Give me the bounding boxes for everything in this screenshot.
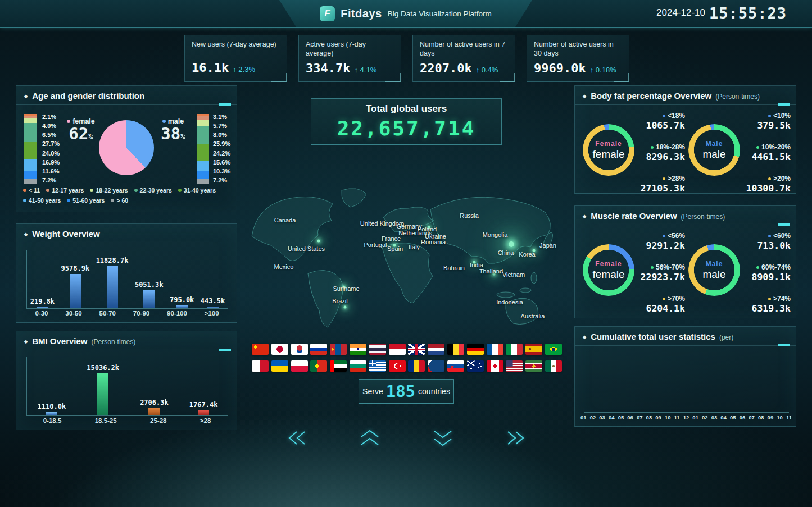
legend-dot-icon	[67, 199, 70, 202]
donut-stat-entry: 18%-28%8296.3k	[641, 143, 685, 162]
bar-cell: 219.8k	[30, 298, 55, 308]
age-legend-label: < 11	[29, 186, 40, 195]
stat-cards-row: New users (7-day average)16.1k↑ 2.3%Acti…	[184, 35, 629, 82]
brand-name: Fitdays	[341, 7, 382, 20]
panel-cumulative-title: Cumulative total user statistics	[583, 332, 715, 341]
age-legend-label: 22-30 years	[140, 186, 172, 195]
bmi-categories: 0-18.518.5-2525-28>28	[26, 417, 228, 424]
x-tick-label: 03	[711, 414, 718, 421]
total-global-users-box: Total global users 22,657,714	[311, 98, 502, 145]
donut-stat-entry: 10%-20%4461.5k	[746, 143, 791, 162]
panel-muscle-rate: Muscle rate Overview(Person-times) Femal…	[574, 205, 796, 318]
south-korea-flag-icon	[291, 344, 308, 355]
x-tick-label: 01	[580, 414, 587, 421]
male-donut-name: male	[702, 148, 725, 161]
stat-card-value: 16.1k	[192, 61, 229, 75]
donut-stat-range: 10%-20%	[746, 143, 791, 151]
male-share: male 38%	[156, 117, 190, 142]
female-donut-center: Femalefemale	[583, 244, 634, 296]
female-age-stacked-bar	[24, 114, 37, 184]
panel-body-fat-unit: (Person-times)	[715, 93, 760, 101]
female-age-pct-label: 6.5%	[42, 132, 60, 138]
stat-dot-icon	[756, 146, 759, 149]
donut-stat-range-text: >20%	[773, 175, 791, 182]
x-tick-label: 10	[665, 414, 671, 421]
bar	[70, 274, 81, 308]
panel-body-fat-header: Body fat percentage Overview(Person-time…	[575, 86, 796, 105]
donut-stat-range: <56%	[641, 232, 685, 240]
male-pct-unit: %	[180, 132, 185, 141]
age-legend-label: 31-40 years	[184, 186, 216, 195]
bar	[37, 307, 48, 308]
female-age-pct-label: 2.1%	[42, 114, 60, 120]
brazil-flag-icon	[545, 344, 562, 355]
age-groups-legend: < 1112-17 years18-22 years22-30 years31-…	[23, 185, 232, 205]
stat-card-value-row: 9969.0k↑ 0.18%	[534, 61, 622, 75]
pan-down-button[interactable]	[431, 427, 455, 449]
chevrons-left-icon	[287, 430, 308, 446]
legend-dot-icon	[46, 189, 49, 192]
fitdays-logo-icon: F	[320, 6, 335, 21]
serve-prefix: Serve	[362, 387, 383, 396]
male-age-segment	[197, 116, 209, 120]
usa-flag-icon	[506, 360, 523, 372]
donut-stat-range: >70%	[641, 295, 685, 303]
x-tick-label: 06	[627, 414, 633, 421]
dashboard-screen: F Fitdays Big Data Visualization Platfor…	[0, 0, 812, 507]
x-tick-label: 04	[720, 414, 727, 421]
age-legend-item: < 11	[23, 186, 40, 195]
pan-left-button[interactable]	[285, 427, 309, 449]
donut-stat-range-text: >74%	[773, 295, 791, 303]
map-navigation	[285, 427, 527, 449]
legend-dot-icon	[178, 189, 182, 192]
male-age-segment	[197, 171, 209, 179]
female-donut-stats: <18%1065.7k18%-28%8296.3k>28%27105.3k	[641, 112, 685, 194]
bar-cell: 15036.2k	[87, 364, 119, 415]
weight-bar-chart: 219.8k9578.9k11828.7k5051.3k795.0k443.5k	[26, 250, 228, 309]
map-country-label: Indonesia	[496, 299, 523, 305]
country-flags	[252, 344, 562, 372]
bar-category-label: 70-90	[133, 310, 149, 317]
map-country-label: Russia	[460, 212, 479, 219]
x-tick-label: 08	[758, 414, 764, 421]
x-tick-label: 07	[637, 414, 643, 421]
donut-stat-range-text: 56%-70%	[656, 263, 685, 271]
panel-age-gender-header: Age and gender distribution	[16, 86, 237, 105]
male-donut-group: Malemale<60%713.0k60%-74%8909.1k>74%6319…	[687, 232, 792, 314]
current-time: 15:55:23	[709, 4, 787, 22]
map-country-label: Japan	[539, 242, 556, 249]
age-legend-label: 18-22 years	[96, 186, 128, 195]
pan-up-button[interactable]	[358, 427, 382, 449]
donut-stat-entry: 56%-70%22923.7k	[641, 263, 685, 282]
male-age-pct-label: 10.3%	[213, 168, 230, 175]
world-map: CanadaUnited StatesMexicoSurinameBrazilU…	[242, 182, 570, 345]
bar-cell: 795.0k	[170, 296, 194, 308]
donut-stat-value: 4461.5k	[746, 152, 791, 162]
age-legend-item: 41-50 years	[23, 196, 61, 205]
map-glow-dot	[344, 306, 347, 309]
greece-flag-icon	[369, 360, 386, 372]
female-donut-group: Femalefemale<56%9291.2k56%-70%22923.7k>7…	[582, 232, 686, 314]
female-donut: Femalefemale	[583, 124, 634, 176]
bar-cell: 1767.4k	[189, 401, 218, 415]
bar-category-label: 90-100	[167, 310, 187, 317]
male-pct-value: 38	[161, 124, 180, 143]
france-flag-icon	[487, 344, 503, 355]
bulgaria-flag-icon	[350, 360, 366, 372]
male-age-pct-label: 3.1%	[213, 114, 230, 120]
panel-weight-title: Weight Overview	[24, 229, 100, 239]
map-country-label: Brazil	[332, 298, 348, 304]
age-legend-item: > 60	[111, 196, 128, 205]
bar	[143, 290, 155, 308]
bar	[207, 307, 219, 308]
female-donut-tag: Female	[595, 140, 622, 148]
bar-value-label: 11828.7k	[96, 257, 129, 264]
stat-dot-icon	[768, 298, 771, 300]
pan-right-button[interactable]	[503, 427, 527, 449]
donut-stat-range: 56%-70%	[641, 263, 685, 271]
male-donut-center: Malemale	[688, 124, 740, 176]
map-country-label: Korea	[519, 251, 535, 258]
donut-stat-range-text: 18%-28%	[656, 143, 685, 151]
donut-stat-range-text: 10%-20%	[761, 143, 791, 151]
x-tick-label: 02	[590, 414, 596, 421]
